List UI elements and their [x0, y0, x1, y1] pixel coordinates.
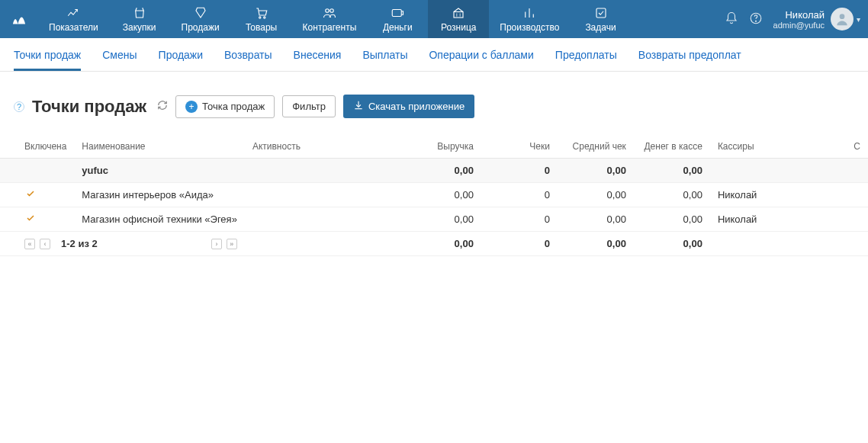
nav-icon: [254, 5, 269, 21]
nav-label: Производство: [500, 22, 559, 33]
th-checks[interactable]: Чеки: [481, 135, 558, 159]
nav-icon: [522, 5, 537, 21]
table-row[interactable]: Магазин интерьеров «Аида»0,0000,000,00Ни…: [0, 183, 868, 207]
table-group-row[interactable]: yufuc0,0000,000,00: [0, 159, 868, 183]
row-cashier: Николай: [710, 207, 845, 232]
svg-point-2: [326, 9, 330, 13]
th-cashiers[interactable]: Кассиры: [710, 135, 845, 159]
page-help-icon[interactable]: ?: [14, 101, 24, 112]
pager-next[interactable]: ›: [211, 239, 222, 249]
nav-label: Деньги: [383, 22, 413, 33]
subnav-4[interactable]: Внесения: [294, 49, 342, 71]
subnav-3[interactable]: Возвраты: [224, 49, 272, 71]
pager-prev[interactable]: ‹: [40, 239, 50, 249]
pager-text: 1-2 из 2: [61, 238, 98, 249]
nav-label: Розница: [441, 22, 476, 33]
nav-розница[interactable]: Розница: [428, 0, 489, 38]
refresh-icon[interactable]: [157, 100, 168, 113]
pager-first[interactable]: «: [24, 239, 35, 249]
th-activity[interactable]: Активность: [245, 135, 405, 159]
svg-rect-5: [454, 12, 463, 18]
logo[interactable]: [0, 0, 38, 38]
nav-label: Задачи: [585, 22, 616, 33]
download-app-label: Скачать приложение: [368, 101, 465, 112]
new-pos-button[interactable]: + Точка продаж: [175, 95, 275, 118]
filter-button[interactable]: Фильтр: [282, 95, 336, 117]
svg-point-8: [755, 21, 756, 21]
user-name: Николай: [773, 9, 825, 21]
page-title: Точки продаж: [32, 97, 146, 117]
th-cash[interactable]: Денег в кассе: [634, 135, 710, 159]
chevron-down-icon: ▾: [857, 15, 860, 24]
svg-point-3: [330, 9, 334, 13]
row-cashier: Николай: [710, 183, 845, 207]
new-pos-label: Точка продаж: [202, 101, 265, 112]
nav-label: Товары: [246, 22, 277, 33]
row-name: Магазин офисной техники «Эгея»: [74, 207, 245, 232]
subnav-7[interactable]: Предоплаты: [555, 49, 617, 71]
top-nav: ПоказателиЗакупкиПродажиТоварыКонтрагент…: [0, 0, 868, 38]
th-revenue[interactable]: Выручка: [405, 135, 481, 159]
nav-label: Контрагенты: [303, 22, 357, 33]
nav-товары[interactable]: Товары: [231, 0, 292, 38]
filter-label: Фильтр: [292, 101, 326, 112]
nav-icon: [390, 5, 405, 21]
download-icon: [353, 100, 364, 113]
pos-table: Включена Наименование Активность Выручка…: [0, 135, 868, 256]
toolbar: ? Точки продаж + Точка продаж Фильтр Ска…: [0, 72, 868, 127]
nav-деньги[interactable]: Деньги: [367, 0, 428, 38]
subnav-2[interactable]: Продажи: [159, 49, 203, 71]
nav-производство[interactable]: Производство: [489, 0, 570, 38]
svg-rect-6: [596, 8, 606, 18]
avatar: [831, 8, 854, 30]
nav-icon: [193, 5, 208, 21]
subnav-5[interactable]: Выплаты: [362, 49, 407, 71]
notifications-icon[interactable]: [725, 11, 738, 27]
group-name: yufuc: [74, 159, 405, 183]
svg-point-1: [263, 17, 265, 18]
sub-nav: Точки продажСменыПродажиВозвратыВнесения…: [0, 38, 868, 72]
nav-закупки[interactable]: Закупки: [109, 0, 170, 38]
subnav-6[interactable]: Операции с баллами: [429, 49, 533, 71]
nav-показатели[interactable]: Показатели: [38, 0, 109, 38]
nav-icon: [593, 5, 609, 21]
nav-icon: [322, 5, 337, 21]
th-enabled[interactable]: Включена: [0, 135, 74, 159]
svg-point-0: [259, 17, 260, 18]
nav-icon: [451, 5, 466, 21]
nav-icon: [66, 5, 81, 21]
svg-point-9: [840, 14, 845, 19]
enabled-check-icon: [24, 213, 37, 225]
nav-продажи[interactable]: Продажи: [170, 0, 231, 38]
download-app-button[interactable]: Скачать приложение: [343, 95, 474, 118]
help-icon[interactable]: [749, 11, 763, 27]
nav-контрагенты[interactable]: Контрагенты: [292, 0, 368, 38]
pager-last[interactable]: »: [227, 239, 237, 249]
table-row[interactable]: Магазин офисной техники «Эгея»0,0000,000…: [0, 207, 868, 232]
nav-label: Показатели: [49, 22, 98, 33]
th-avg[interactable]: Средний чек: [558, 135, 634, 159]
subnav-0[interactable]: Точки продаж: [14, 49, 81, 71]
svg-rect-4: [393, 10, 402, 17]
table-footer-row: «‹1-2 из 2›»0,0000,000,00: [0, 232, 868, 256]
nav-задачи[interactable]: Задачи: [571, 0, 632, 38]
subnav-1[interactable]: Смены: [102, 49, 137, 71]
user-menu[interactable]: Николай admin@yufuc ▾: [773, 8, 860, 30]
enabled-check-icon: [24, 189, 37, 201]
th-last[interactable]: С: [845, 135, 868, 159]
nav-icon: [132, 5, 147, 21]
user-account: admin@yufuc: [773, 21, 825, 30]
plus-icon: +: [185, 101, 198, 113]
subnav-8[interactable]: Возвраты предоплат: [638, 49, 741, 71]
nav-label: Закупки: [123, 22, 156, 33]
row-name: Магазин интерьеров «Аида»: [74, 183, 245, 207]
nav-label: Продажи: [182, 22, 220, 33]
th-name[interactable]: Наименование: [74, 135, 245, 159]
